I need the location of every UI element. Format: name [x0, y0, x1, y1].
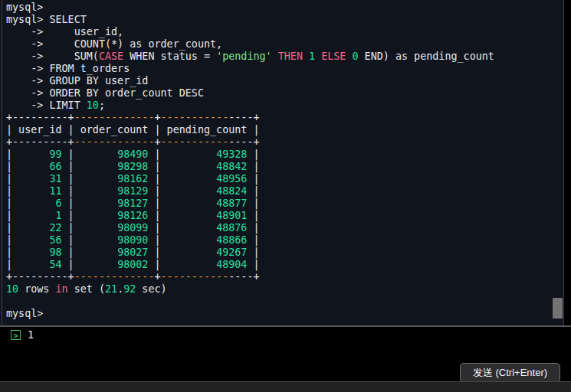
message-input-value[interactable]: 1	[28, 328, 34, 341]
scrollbar-track-line	[563, 0, 564, 381]
scrollbar-thumb[interactable]	[553, 298, 563, 318]
terminal-line	[6, 296, 563, 308]
terminal-line: mysql> SELECT	[6, 14, 563, 26]
terminal-lines: mysql>mysql> SELECT -> user_id, -> COUNT…	[0, 0, 563, 320]
terminal-line: -> user_id,	[6, 26, 563, 38]
mysql-client-window: mysql>mysql> SELECT -> user_id, -> COUNT…	[0, 0, 571, 392]
run-prompt-icon: >	[11, 330, 21, 340]
terminal-line: mysql>	[6, 308, 563, 320]
terminal-line: | 31 | 98162 | 48956 |	[6, 173, 563, 185]
terminal-line: +---------+-------------+---------------…	[6, 271, 563, 283]
bottom-status-bar	[0, 381, 571, 392]
terminal-line: 10 rows in set (21.92 sec)	[6, 283, 563, 296]
terminal-line: mysql>	[6, 2, 563, 14]
terminal-line: | user_id | order_count | pending_count …	[6, 124, 563, 136]
terminal-line: +---------+-------------+---------------…	[6, 112, 563, 124]
left-pane-border	[2, 0, 2, 381]
terminal-output: mysql>mysql> SELECT -> user_id, -> COUNT…	[0, 0, 563, 325]
terminal-line: +---------+-------------+---------------…	[6, 136, 563, 149]
terminal-line: | 54 | 98002 | 48904 |	[6, 259, 563, 271]
terminal-line: -> LIMIT 10;	[6, 100, 563, 112]
terminal-line: | 22 | 98099 | 48876 |	[6, 222, 563, 234]
terminal-line: | 1 | 98126 | 48901 |	[6, 210, 563, 222]
terminal-line: -> FROM t_orders	[6, 63, 563, 75]
terminal-line: -> SUM(CASE WHEN status = 'pending' THEN…	[6, 51, 563, 63]
terminal-line: -> COUNT(*) as order_count,	[6, 38, 563, 51]
terminal-line: | 98 | 98027 | 49267 |	[6, 247, 563, 259]
terminal-line: | 56 | 98090 | 48866 |	[6, 234, 563, 247]
terminal-line: -> ORDER BY order_count DESC	[6, 87, 563, 100]
terminal-line: | 11 | 98129 | 48824 |	[6, 185, 563, 198]
terminal-line: | 6 | 98127 | 48877 |	[6, 198, 563, 210]
send-button[interactable]: 发送 (Ctrl+Enter)	[460, 363, 560, 383]
terminal-line: -> GROUP BY user_id	[6, 75, 563, 87]
terminal-line: | 99 | 98490 | 49328 |	[6, 149, 563, 161]
terminal-line: | 66 | 98298 | 48842 |	[6, 161, 563, 173]
